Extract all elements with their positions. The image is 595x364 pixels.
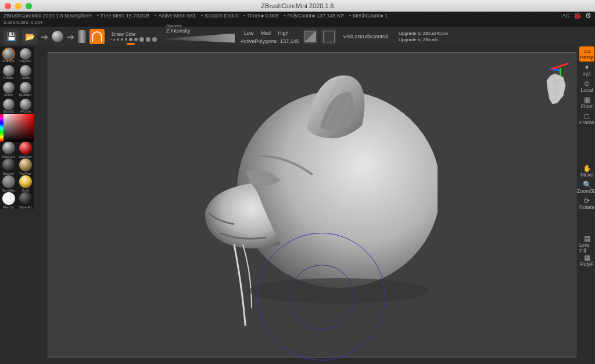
info-bar: ZBrushCoreMini 2020.1.6 NewSphere Free M… xyxy=(0,12,595,20)
move-view-button[interactable]: ✋Move xyxy=(579,164,594,179)
material-orb-icon xyxy=(2,192,15,205)
frame-button[interactable]: ◻Frame xyxy=(579,111,594,127)
brush-ball-icon xyxy=(20,48,31,60)
material-orb-icon xyxy=(19,142,32,154)
bug-icon[interactable]: 🐞 xyxy=(573,12,582,20)
draw-size-slider[interactable] xyxy=(110,37,157,42)
minimize-window-button[interactable] xyxy=(15,3,21,9)
material-label: Flat Co xyxy=(3,206,14,209)
material-orb-icon xyxy=(19,175,32,188)
upgrade-full-link[interactable]: Upgrade to ZBrush xyxy=(399,37,448,42)
material-basicm[interactable]: BasicM xyxy=(0,158,17,175)
top-toolbar: 💾 📂 ➔ ➔ Draw Size Dynamic Z Intensity Lo… xyxy=(0,27,595,46)
open-button[interactable]: 📂 xyxy=(22,29,37,44)
res-high-button[interactable]: High xyxy=(274,29,292,37)
material-orb-icon xyxy=(2,175,15,188)
local-button[interactable]: ⊙Local xyxy=(579,79,594,94)
material-silverfo[interactable]: SilverFo xyxy=(17,192,34,209)
brush-hpolish[interactable]: hPolish xyxy=(17,97,34,114)
arrow-separator-icon: ➔ xyxy=(67,31,74,42)
z-intensity-label: Z Intensity xyxy=(166,28,237,34)
brush-label: Move xyxy=(4,93,13,97)
color-picker[interactable] xyxy=(0,114,34,142)
material-orb-icon xyxy=(2,158,15,171)
material-toyplas[interactable]: ToyPlas xyxy=(17,158,34,175)
material-matcap[interactable]: MatCap xyxy=(17,142,34,158)
persp-toggle[interactable]: ▭Persp xyxy=(579,46,594,62)
cylinder-primitive-button[interactable] xyxy=(78,30,86,43)
meshcount: MeshCount►1 xyxy=(347,13,388,19)
material-flat co[interactable]: Flat Co xyxy=(0,192,17,209)
viewport-canvas[interactable] xyxy=(48,52,576,358)
upgrade-core-link[interactable]: Upgrade to ZBrushCore xyxy=(399,31,448,36)
brush-label: ClayBui xyxy=(19,59,31,63)
scratch-disk: Scratch Disk 0 xyxy=(199,13,238,19)
symmetry-button[interactable] xyxy=(89,29,105,44)
brush-claybui[interactable]: ClayBui xyxy=(17,46,34,63)
brush-pinch[interactable]: Pinch xyxy=(17,63,34,80)
brush-ball-icon xyxy=(3,99,15,110)
brush-ball-icon xyxy=(3,48,15,60)
close-window-button[interactable] xyxy=(5,3,11,9)
active-polygons-label: ActivePolygons: xyxy=(241,38,278,44)
polyframe-icon: ▩ xyxy=(584,254,590,261)
hand-icon: ✋ xyxy=(583,165,592,172)
perspective-icon: ▭ xyxy=(584,48,590,55)
brush-label: Standar xyxy=(2,59,15,63)
rotate-view-button[interactable]: ⟳Rotate xyxy=(579,196,594,211)
visit-central-link[interactable]: Visit ZBrushCentral xyxy=(340,33,392,41)
material-orb-icon xyxy=(2,142,15,154)
material-palette: MatCapMatCapBasicMToyPlasSkinShaGoldFlat… xyxy=(0,142,34,209)
brush-label: hPolish xyxy=(20,110,31,114)
material-orb-icon xyxy=(19,192,32,205)
zoom-view-button[interactable]: 🔍Zoom3D xyxy=(579,180,594,195)
brush-ball-icon xyxy=(20,99,31,110)
cursor-coords: 0.398,0.393,-0.084 xyxy=(0,20,595,27)
floor-button[interactable]: ▦Floor xyxy=(579,95,594,110)
brush-label: Pinch xyxy=(21,76,30,80)
active-mem: Active Mem 681 xyxy=(153,13,196,19)
gear-icon[interactable]: ⚙ xyxy=(585,12,592,20)
polycount: PolyCount►137.145 KP xyxy=(282,13,344,19)
linefill-icon: ▤ xyxy=(584,235,590,242)
maximize-window-button[interactable] xyxy=(26,3,32,9)
export-3d-icon xyxy=(323,31,335,42)
symmetry-icon xyxy=(92,31,102,42)
res-low-button[interactable]: Low xyxy=(241,29,257,37)
export-image-button[interactable] xyxy=(303,29,318,44)
brush-inflate[interactable]: Inflate xyxy=(0,63,17,80)
material-matcap[interactable]: MatCap xyxy=(0,142,17,158)
save-button[interactable]: 💾 xyxy=(3,29,19,44)
sphere-primitive-button[interactable] xyxy=(52,31,63,42)
free-mem: Free Mem 15.702GB xyxy=(95,13,149,19)
export-3d-button[interactable] xyxy=(321,29,336,44)
z-intensity-slider[interactable] xyxy=(165,34,235,43)
brush-label: Inflate xyxy=(3,76,13,80)
brush-ball-icon xyxy=(20,65,31,77)
xyz-button[interactable]: ✦xyz xyxy=(579,63,594,78)
dynamic-label: Dynamic xyxy=(166,24,237,28)
arrow-separator-icon: ➔ xyxy=(41,31,48,42)
brush-ball-icon xyxy=(3,65,15,77)
window-title: ZBrushCoreMini 2020.1.6 xyxy=(261,2,334,9)
brush-palette: StandarClayBuiInflatePinchMoveSnakeHSlas… xyxy=(0,46,34,114)
res-med-button[interactable]: Med xyxy=(257,29,275,37)
navigation-gizmo[interactable] xyxy=(534,57,570,105)
brush-label: SnakeH xyxy=(19,93,31,97)
polyf-button[interactable]: ▩PolyF xyxy=(579,253,594,268)
timer: Timer►0.008 xyxy=(242,13,278,19)
local-icon: ⊙ xyxy=(584,80,590,87)
brush-move[interactable]: Move xyxy=(0,80,17,97)
ac-indicator: AC xyxy=(562,13,569,19)
brush-standar[interactable]: Standar xyxy=(0,46,17,63)
material-gold[interactable]: Gold xyxy=(17,175,34,192)
brush-snakeh[interactable]: SnakeH xyxy=(17,80,34,97)
material-label: SilverFo xyxy=(19,206,31,209)
linefill-button[interactable]: ▤Line Fill xyxy=(579,237,594,252)
right-rail: ▭Persp ✦xyz ⊙Local ▦Floor ◻Frame ✋Move 🔍… xyxy=(579,46,595,268)
material-skinsha[interactable]: SkinSha xyxy=(0,175,17,192)
rotate-icon: ⟳ xyxy=(584,197,590,204)
left-rail: StandarClayBuiInflatePinchMoveSnakeHSlas… xyxy=(0,46,34,209)
brush-ball-icon xyxy=(3,82,15,93)
brush-slash3[interactable]: Slash3 xyxy=(0,97,17,114)
